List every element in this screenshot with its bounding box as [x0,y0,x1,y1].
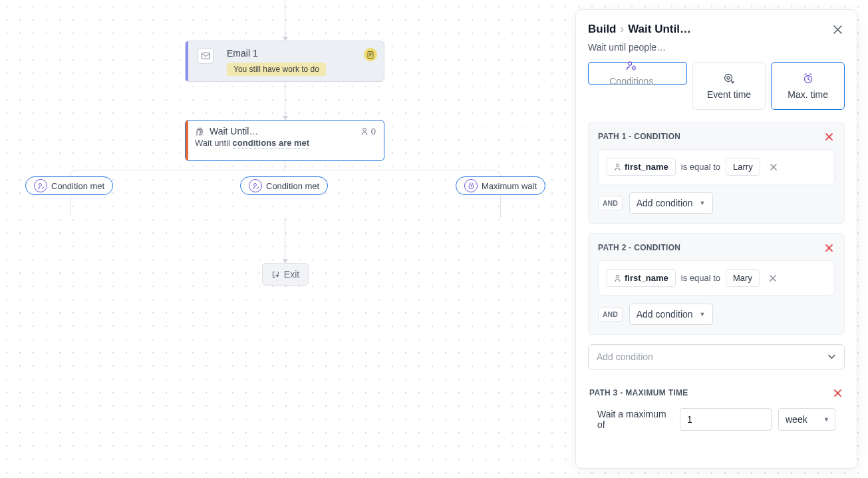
wait-until-panel: Build › Wait Until… Wait until people… C… [575,9,857,469]
email-subject-chip: You still have work to do [227,63,326,76]
max-wait-prefix: Wait a maximum of [597,409,673,430]
breadcrumb: Build › Wait Until… [588,23,691,36]
max-wait-value-input[interactable] [680,408,772,431]
person-check-icon [249,179,262,192]
event-icon [722,72,736,85]
branch-pill-condition-1[interactable]: Condition met [25,176,113,195]
connector-line [285,82,285,120]
tab-conditions[interactable]: Conditions [588,62,687,85]
path-2-delete-button[interactable] [823,242,835,254]
wait-icon [195,126,204,136]
branch-pill-condition-2[interactable]: Condition met [240,176,328,195]
crumb-build[interactable]: Build [588,23,617,36]
tab-event-time[interactable]: Event time [692,62,766,110]
connector-line [285,0,285,41]
svg-point-9 [629,62,632,65]
max-wait-unit-select[interactable]: week ▼ [778,408,835,431]
svg-point-12 [727,77,730,79]
caret-down-icon: ▼ [823,416,829,423]
email-node-title: Email 1 [227,48,376,59]
value-token[interactable]: Larry [726,158,760,176]
wait-node-title: Wait Until… [210,126,355,136]
operator-text: is equal to [681,162,720,172]
path-2-condition-row: first_name is equal to Mary [598,260,835,296]
draft-badge-icon [364,48,377,61]
remove-condition-button[interactable] [768,162,779,172]
email-icon [198,48,214,64]
close-button[interactable] [830,22,845,37]
path-1-header: PATH 1 - CONDITION [598,132,680,141]
svg-point-6 [39,183,41,186]
path-3-header: PATH 3 - MAXIMUM TIME [589,388,688,397]
path-2-header: PATH 2 - CONDITION [598,243,680,252]
add-condition-button[interactable]: Add condition ▼ [629,304,713,325]
svg-point-7 [253,183,256,186]
branch-pill-max-wait[interactable]: Maximum wait [456,176,545,195]
connector-line [285,161,285,170]
tab-max-time[interactable]: Max. time [771,62,845,110]
wait-type-tabs: Conditions Event time Max. time [588,62,845,110]
wait-node-description: Wait until conditions are met [186,138,384,153]
caret-down-icon: ▼ [700,200,706,206]
exit-node[interactable]: Exit [262,263,309,286]
path-1-condition-row: first_name is equal to Larry [598,149,835,184]
connector-line [285,218,285,263]
value-token[interactable]: Mary [726,269,760,287]
add-path-condition-button[interactable]: Add condition [588,344,845,369]
clock-icon [464,179,478,192]
wait-until-node[interactable]: Wait Until… 0 Wait until conditions are … [185,120,384,161]
panel-subtitle: Wait until people… [588,42,845,53]
caret-down-icon: ▼ [700,311,706,318]
svg-point-11 [725,75,732,82]
exit-icon [271,270,280,279]
wait-node-count: 0 [361,126,376,136]
person-icon [614,163,621,171]
and-pill: AND [598,307,623,322]
email-node[interactable]: Email 1 You still have work to do [185,41,384,82]
field-token[interactable]: first_name [607,269,676,287]
path-2-card: PATH 2 - CONDITION first_name is equal t… [588,233,845,335]
field-token[interactable]: first_name [607,158,676,176]
svg-point-15 [616,275,619,278]
path-1-card: PATH 1 - CONDITION first_name is equal t… [588,122,845,224]
svg-point-14 [616,164,619,166]
svg-point-5 [362,128,366,131]
add-condition-button[interactable]: Add condition ▼ [629,192,713,214]
svg-point-10 [633,67,635,69]
path-3-delete-button[interactable] [831,387,843,399]
path-1-delete-button[interactable] [823,130,835,142]
and-pill: AND [598,196,623,210]
person-gear-icon [625,60,638,72]
alarm-clock-icon [801,72,815,85]
remove-condition-button[interactable] [768,273,778,284]
person-icon [614,274,621,282]
operator-text: is equal to [681,273,720,283]
chevron-down-icon [827,354,836,359]
person-check-icon [34,179,47,192]
node-accent [186,120,188,160]
